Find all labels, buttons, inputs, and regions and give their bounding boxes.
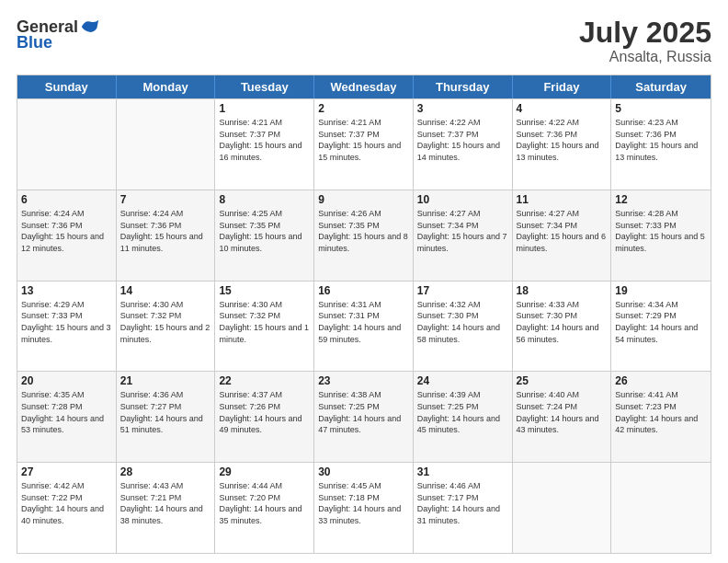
day-number: 30 — [318, 465, 409, 478]
cal-cell: 9Sunrise: 4:26 AM Sunset: 7:35 PM Daylig… — [314, 190, 414, 281]
cal-cell — [611, 463, 711, 553]
cal-cell: 21Sunrise: 4:36 AM Sunset: 7:27 PM Dayli… — [117, 372, 216, 462]
subtitle: Ansalta, Russia — [579, 49, 711, 65]
day-info: Sunrise: 4:22 AM Sunset: 7:36 PM Dayligh… — [517, 117, 608, 163]
week-row-4: 20Sunrise: 4:35 AM Sunset: 7:28 PM Dayli… — [17, 371, 711, 462]
day-info: Sunrise: 4:34 AM Sunset: 7:29 PM Dayligh… — [615, 299, 707, 345]
cal-cell: 16Sunrise: 4:31 AM Sunset: 7:31 PM Dayli… — [314, 282, 414, 372]
col-header-monday: Monday — [117, 75, 216, 98]
day-info: Sunrise: 4:26 AM Sunset: 7:35 PM Dayligh… — [318, 208, 409, 254]
day-info: Sunrise: 4:37 AM Sunset: 7:26 PM Dayligh… — [219, 389, 310, 435]
calendar: SundayMondayTuesdayWednesdayThursdayFrid… — [17, 75, 711, 554]
day-info: Sunrise: 4:42 AM Sunset: 7:22 PM Dayligh… — [21, 480, 112, 526]
page: General Blue July 2025 Ansalta, Russia S… — [0, 0, 728, 563]
col-header-saturday: Saturday — [611, 75, 711, 98]
calendar-header: SundayMondayTuesdayWednesdayThursdayFrid… — [17, 75, 711, 98]
day-number: 3 — [417, 102, 508, 115]
day-number: 31 — [417, 465, 508, 478]
day-number: 13 — [21, 284, 112, 297]
cal-cell — [117, 99, 216, 190]
day-info: Sunrise: 4:24 AM Sunset: 7:36 PM Dayligh… — [21, 208, 112, 254]
day-info: Sunrise: 4:30 AM Sunset: 7:32 PM Dayligh… — [120, 299, 211, 345]
day-info: Sunrise: 4:43 AM Sunset: 7:21 PM Dayligh… — [120, 480, 211, 526]
col-header-thursday: Thursday — [414, 75, 513, 98]
col-header-sunday: Sunday — [17, 75, 117, 98]
cal-cell: 30Sunrise: 4:45 AM Sunset: 7:18 PM Dayli… — [314, 463, 414, 553]
cal-cell: 7Sunrise: 4:24 AM Sunset: 7:36 PM Daylig… — [117, 190, 216, 281]
cal-cell: 19Sunrise: 4:34 AM Sunset: 7:29 PM Dayli… — [611, 282, 711, 372]
col-header-wednesday: Wednesday — [314, 75, 414, 98]
cal-cell: 4Sunrise: 4:22 AM Sunset: 7:36 PM Daylig… — [513, 99, 612, 190]
day-number: 6 — [21, 193, 112, 206]
day-info: Sunrise: 4:24 AM Sunset: 7:36 PM Dayligh… — [120, 208, 211, 254]
day-number: 7 — [120, 193, 211, 206]
cal-cell: 8Sunrise: 4:25 AM Sunset: 7:35 PM Daylig… — [215, 190, 314, 281]
day-number: 16 — [318, 284, 409, 297]
day-info: Sunrise: 4:30 AM Sunset: 7:32 PM Dayligh… — [219, 299, 310, 345]
title-block: July 2025 Ansalta, Russia — [579, 17, 711, 65]
cal-cell: 17Sunrise: 4:32 AM Sunset: 7:30 PM Dayli… — [414, 282, 513, 372]
day-number: 21 — [120, 374, 211, 387]
day-number: 23 — [318, 374, 409, 387]
logo: General Blue — [17, 17, 100, 52]
day-info: Sunrise: 4:22 AM Sunset: 7:37 PM Dayligh… — [417, 117, 508, 163]
day-number: 11 — [517, 193, 608, 206]
day-number: 24 — [417, 374, 508, 387]
cal-cell: 5Sunrise: 4:23 AM Sunset: 7:36 PM Daylig… — [611, 99, 711, 190]
cal-cell: 25Sunrise: 4:40 AM Sunset: 7:24 PM Dayli… — [513, 372, 612, 462]
day-info: Sunrise: 4:40 AM Sunset: 7:24 PM Dayligh… — [517, 389, 608, 435]
day-number: 14 — [120, 284, 211, 297]
day-info: Sunrise: 4:44 AM Sunset: 7:20 PM Dayligh… — [219, 480, 310, 526]
cal-cell: 29Sunrise: 4:44 AM Sunset: 7:20 PM Dayli… — [215, 463, 314, 553]
day-number: 4 — [517, 102, 608, 115]
cal-cell: 1Sunrise: 4:21 AM Sunset: 7:37 PM Daylig… — [215, 99, 314, 190]
logo-blue: Blue — [17, 33, 52, 52]
day-number: 19 — [615, 284, 707, 297]
day-info: Sunrise: 4:31 AM Sunset: 7:31 PM Dayligh… — [318, 299, 409, 345]
day-info: Sunrise: 4:28 AM Sunset: 7:33 PM Dayligh… — [615, 208, 707, 254]
cal-cell: 22Sunrise: 4:37 AM Sunset: 7:26 PM Dayli… — [215, 372, 314, 462]
cal-cell: 10Sunrise: 4:27 AM Sunset: 7:34 PM Dayli… — [414, 190, 513, 281]
day-info: Sunrise: 4:45 AM Sunset: 7:18 PM Dayligh… — [318, 480, 409, 526]
day-info: Sunrise: 4:33 AM Sunset: 7:30 PM Dayligh… — [517, 299, 608, 345]
col-header-tuesday: Tuesday — [215, 75, 314, 98]
day-info: Sunrise: 4:41 AM Sunset: 7:23 PM Dayligh… — [615, 389, 707, 435]
day-info: Sunrise: 4:27 AM Sunset: 7:34 PM Dayligh… — [517, 208, 608, 254]
main-title: July 2025 — [579, 17, 711, 49]
cal-cell: 6Sunrise: 4:24 AM Sunset: 7:36 PM Daylig… — [17, 190, 117, 281]
day-info: Sunrise: 4:25 AM Sunset: 7:35 PM Dayligh… — [219, 208, 310, 254]
cal-cell: 28Sunrise: 4:43 AM Sunset: 7:21 PM Dayli… — [117, 463, 216, 553]
day-info: Sunrise: 4:29 AM Sunset: 7:33 PM Dayligh… — [21, 299, 112, 345]
day-info: Sunrise: 4:23 AM Sunset: 7:36 PM Dayligh… — [615, 117, 707, 163]
day-number: 5 — [615, 102, 707, 115]
cal-cell: 31Sunrise: 4:46 AM Sunset: 7:17 PM Dayli… — [414, 463, 513, 553]
cal-cell: 23Sunrise: 4:38 AM Sunset: 7:25 PM Dayli… — [314, 372, 414, 462]
day-number: 29 — [219, 465, 310, 478]
day-info: Sunrise: 4:32 AM Sunset: 7:30 PM Dayligh… — [417, 299, 508, 345]
day-info: Sunrise: 4:46 AM Sunset: 7:17 PM Dayligh… — [417, 480, 508, 526]
cal-cell: 11Sunrise: 4:27 AM Sunset: 7:34 PM Dayli… — [513, 190, 612, 281]
day-info: Sunrise: 4:21 AM Sunset: 7:37 PM Dayligh… — [318, 117, 409, 163]
day-number: 25 — [517, 374, 608, 387]
day-info: Sunrise: 4:38 AM Sunset: 7:25 PM Dayligh… — [318, 389, 409, 435]
week-row-1: 1Sunrise: 4:21 AM Sunset: 7:37 PM Daylig… — [17, 98, 711, 190]
day-number: 17 — [417, 284, 508, 297]
cal-cell: 26Sunrise: 4:41 AM Sunset: 7:23 PM Dayli… — [611, 372, 711, 462]
cal-cell: 3Sunrise: 4:22 AM Sunset: 7:37 PM Daylig… — [414, 99, 513, 190]
day-number: 22 — [219, 374, 310, 387]
cal-cell: 14Sunrise: 4:30 AM Sunset: 7:32 PM Dayli… — [117, 282, 216, 372]
cal-cell: 2Sunrise: 4:21 AM Sunset: 7:37 PM Daylig… — [314, 99, 414, 190]
day-info: Sunrise: 4:21 AM Sunset: 7:37 PM Dayligh… — [219, 117, 310, 163]
cal-cell: 15Sunrise: 4:30 AM Sunset: 7:32 PM Dayli… — [215, 282, 314, 372]
calendar-body: 1Sunrise: 4:21 AM Sunset: 7:37 PM Daylig… — [17, 98, 711, 553]
day-number: 12 — [615, 193, 707, 206]
day-number: 20 — [21, 374, 112, 387]
day-number: 1 — [219, 102, 310, 115]
day-number: 27 — [21, 465, 112, 478]
cal-cell — [17, 99, 117, 190]
day-number: 15 — [219, 284, 310, 297]
cal-cell: 13Sunrise: 4:29 AM Sunset: 7:33 PM Dayli… — [17, 282, 117, 372]
header: General Blue July 2025 Ansalta, Russia — [17, 17, 711, 65]
cal-cell: 18Sunrise: 4:33 AM Sunset: 7:30 PM Dayli… — [513, 282, 612, 372]
day-info: Sunrise: 4:27 AM Sunset: 7:34 PM Dayligh… — [417, 208, 508, 254]
